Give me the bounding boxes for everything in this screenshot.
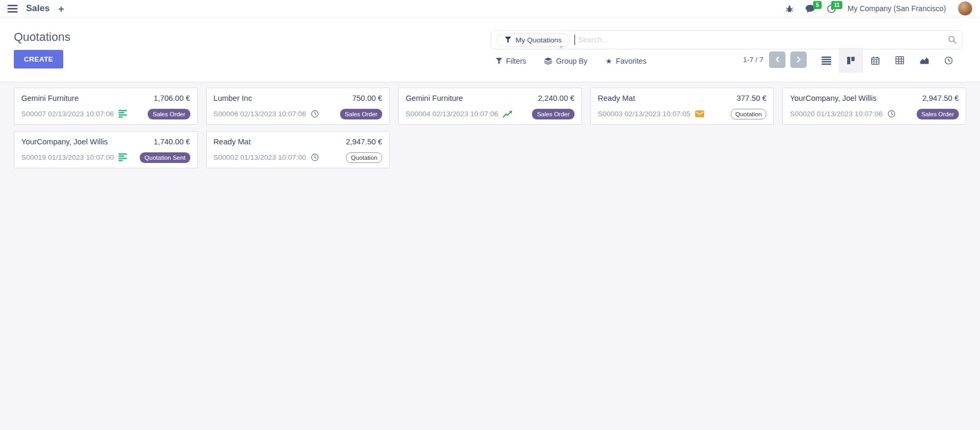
page-title: Quotations	[14, 30, 70, 44]
view-list-button[interactable]	[814, 48, 839, 73]
activity-list-icon[interactable]	[119, 153, 128, 161]
pager: 1-7 / 7	[743, 50, 807, 68]
pager-value: 1-7 / 7	[743, 56, 763, 64]
app-name[interactable]: Sales	[26, 3, 49, 14]
search-input[interactable]	[575, 36, 948, 44]
order-reference: S00007	[21, 110, 46, 118]
order-reference: S00019	[21, 153, 46, 161]
calendar-view-icon	[871, 56, 880, 65]
view-kanban-button[interactable]	[839, 48, 863, 73]
partner-name: Gemini Furniture	[405, 94, 463, 102]
status-badge: Sales Order	[917, 109, 959, 119]
layers-icon	[544, 57, 552, 65]
control-panel: Quotations CREATE My Quotations × Filter…	[0, 18, 980, 82]
activity-view-icon	[944, 56, 953, 65]
activity-clock-icon[interactable]	[888, 110, 895, 118]
activity-trend-icon[interactable]	[503, 110, 513, 118]
order-datetime: 02/13/2023 10:07:06	[433, 110, 499, 118]
filters-label: Filters	[506, 57, 526, 65]
kanban-view-icon	[847, 56, 855, 65]
amount: 2,947.50 €	[922, 94, 959, 102]
status-badge: Sales Order	[532, 109, 574, 119]
favorites-button[interactable]: ★ Favorites	[605, 57, 646, 65]
order-datetime: 02/13/2023 10:07:06	[48, 110, 114, 118]
view-activity-button[interactable]	[936, 48, 961, 73]
partner-name: Ready Mat	[598, 94, 635, 102]
partner-name: Gemini Furniture	[21, 94, 79, 102]
group-by-button[interactable]: Group By	[544, 57, 587, 65]
chevron-right-icon	[797, 56, 801, 63]
order-datetime: 02/13/2023 10:07:05	[624, 110, 690, 118]
quotation-card[interactable]: YourCompany, Joel Willis 2,947.50 € S000…	[782, 88, 966, 125]
quotation-card[interactable]: Ready Mat 377.50 € S00003 02/13/2023 10:…	[590, 88, 774, 125]
order-reference: S00004	[405, 110, 430, 118]
kanban-grid: Gemini Furniture 1,706.00 € S00007 02/13…	[14, 88, 966, 168]
top-navbar: Sales + 5 11 My Company (San Francisco)	[0, 0, 980, 18]
quotation-card[interactable]: YourCompany, Joel Willis 1,740.00 € S000…	[14, 131, 198, 168]
activities-button[interactable]: 11	[827, 4, 836, 13]
amount: 377.50 €	[737, 94, 766, 102]
messages-button[interactable]: 5	[805, 4, 815, 13]
activity-clock-icon[interactable]	[311, 110, 319, 118]
add-menu-button[interactable]: +	[58, 4, 64, 14]
order-reference: S00020	[790, 110, 815, 118]
filter-funnel-icon	[496, 58, 502, 64]
activity-envelope-icon[interactable]	[695, 110, 704, 117]
quotation-card[interactable]: Lumber Inc 750.00 € S00006 02/13/2023 10…	[206, 88, 390, 125]
order-reference: S00003	[598, 110, 623, 118]
messages-badge: 5	[813, 1, 822, 9]
amount: 750.00 €	[352, 94, 382, 102]
list-view-icon	[822, 56, 831, 65]
facet-label: My Quotations	[516, 36, 562, 44]
favorites-label: Favorites	[616, 57, 647, 65]
group-by-label: Group By	[556, 57, 587, 65]
activity-list-icon[interactable]	[119, 110, 128, 118]
order-datetime: 01/13/2023 10:07:06	[817, 110, 883, 118]
debug-icon[interactable]	[785, 5, 793, 13]
order-reference: S00006	[214, 110, 239, 118]
pager-next-button[interactable]	[790, 51, 807, 68]
graph-view-icon	[920, 56, 929, 64]
status-badge: Sales Order	[340, 109, 382, 119]
view-graph-button[interactable]	[912, 48, 936, 73]
facet-remove-button[interactable]: ×	[559, 44, 563, 50]
avatar[interactable]	[958, 1, 973, 16]
status-badge: Sales Order	[148, 109, 190, 119]
pager-previous-button[interactable]	[769, 51, 785, 68]
quotation-card[interactable]: Ready Mat 2,947.50 € S00002 01/13/2023 1…	[206, 131, 390, 168]
partner-name: YourCompany, Joel Willis	[21, 137, 108, 146]
order-datetime: 01/13/2023 10:07:00	[240, 153, 306, 161]
view-calendar-button[interactable]	[863, 48, 888, 73]
order-reference: S00002	[214, 153, 239, 161]
menu-toggle-icon[interactable]	[7, 5, 18, 13]
amount: 1,740.00 €	[154, 137, 190, 146]
filters-button[interactable]: Filters	[496, 57, 526, 65]
company-name[interactable]: My Company (San Francisco)	[848, 4, 946, 13]
amount: 1,706.00 €	[154, 94, 190, 102]
order-datetime: 01/13/2023 10:07:00	[48, 153, 114, 161]
star-icon: ★	[605, 57, 612, 65]
quotation-card[interactable]: Gemini Furniture 1,706.00 € S00007 02/13…	[14, 88, 198, 125]
quotation-card[interactable]: Gemini Furniture 2,240.00 € S00004 02/13…	[398, 88, 582, 125]
status-badge: Quotation	[731, 109, 767, 119]
partner-name: Ready Mat	[214, 137, 251, 146]
amount: 2,240.00 €	[538, 94, 575, 102]
status-badge: Quotation	[346, 152, 382, 163]
kanban-view: Gemini Furniture 1,706.00 € S00007 02/13…	[0, 82, 980, 430]
status-badge: Quotation Sent	[140, 152, 190, 163]
search-bar[interactable]: My Quotations ×	[491, 30, 962, 49]
view-switcher	[814, 48, 961, 73]
activities-badge: 11	[831, 1, 842, 9]
order-datetime: 02/13/2023 10:07:06	[240, 110, 306, 118]
create-button[interactable]: CREATE	[14, 50, 63, 68]
filter-funnel-icon	[505, 37, 511, 43]
pivot-view-icon	[895, 56, 904, 64]
partner-name: Lumber Inc	[214, 94, 252, 102]
chevron-left-icon	[775, 56, 780, 63]
partner-name: YourCompany, Joel Willis	[790, 94, 876, 102]
search-icon[interactable]	[948, 36, 957, 44]
view-pivot-button[interactable]	[888, 48, 912, 73]
activity-clock-icon[interactable]	[311, 153, 319, 161]
toolbar: Filters Group By ★ Favorites	[496, 53, 646, 69]
amount: 2,947.50 €	[346, 137, 383, 146]
